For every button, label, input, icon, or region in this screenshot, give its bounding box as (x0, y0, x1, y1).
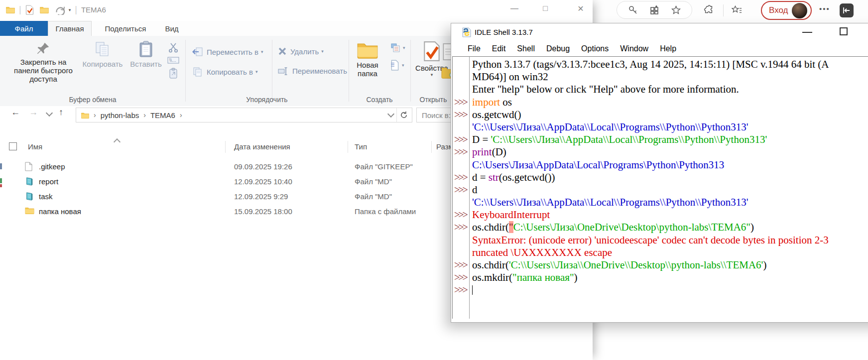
tab-Вид[interactable]: Вид (157, 21, 186, 36)
star-icon[interactable] (670, 4, 681, 15)
column-header-name[interactable]: Имя (28, 142, 42, 151)
copy-label: Копировать (80, 60, 125, 68)
file-name: task (39, 192, 53, 201)
folder-icon[interactable] (40, 6, 49, 13)
rename-button[interactable]: Переименовать (278, 67, 347, 75)
paste-button[interactable]: Вставить (126, 41, 165, 68)
group-divider (410, 40, 411, 102)
shell-text-area[interactable]: Python 3.13.7 (tags/v3.13.7:bcee1c3, Aug… (452, 56, 868, 319)
easy-access-button[interactable]: ▾ (390, 60, 404, 71)
tab-Файл[interactable]: Файл (0, 21, 48, 36)
extensions-puzzle-icon[interactable] (703, 4, 714, 15)
delete-button[interactable]: Удалить ▾ (278, 47, 324, 56)
shell-line: >>>os.mkdir("папка новая") (453, 271, 868, 284)
shell-prompt: >>> (453, 222, 469, 233)
copy-to-label: Копировать в (207, 68, 253, 76)
new-folder-button[interactable]: Новая папка (352, 41, 383, 78)
chevron-down-icon: ▾ (255, 69, 258, 74)
close-button[interactable]: ✕ (573, 4, 588, 13)
menu-shell[interactable]: Shell (517, 44, 535, 53)
copy-to-button[interactable]: Копировать в ▾ (192, 67, 257, 77)
move-to-button[interactable]: Переместить в ▾ (192, 47, 263, 57)
column-divider[interactable] (225, 141, 226, 153)
rename-icon (278, 67, 289, 75)
menu-debug[interactable]: Debug (546, 44, 570, 53)
signin-label: Вход (769, 5, 788, 15)
minimize-button[interactable]: — (507, 4, 522, 13)
column-divider[interactable] (348, 141, 348, 153)
text-cursor (472, 285, 473, 295)
tab-Поделиться[interactable]: Поделиться (101, 21, 150, 36)
grid-plus-icon[interactable] (649, 4, 660, 15)
qat-dropdown-icon[interactable]: ▾ (69, 7, 71, 12)
shell-prompt: >>> (453, 284, 469, 296)
tab-Главная[interactable]: Главная (48, 21, 92, 36)
column-header-date[interactable]: Дата изменения (234, 142, 290, 151)
address-dropdown-chevron-icon[interactable] (387, 111, 394, 118)
screen: Вход ••• | (0, 0, 868, 360)
key-icon[interactable] (627, 4, 638, 15)
shell-prompt: >>> (453, 259, 469, 271)
column-divider[interactable] (431, 141, 432, 153)
new-item-button[interactable]: ▾ (390, 43, 405, 53)
shell-lines: Python 3.13.7 (tags/v3.13.7:bcee1c3, Aug… (453, 58, 868, 297)
maximize-button[interactable]: □ (538, 4, 553, 13)
md-file-icon (25, 192, 34, 201)
chevron-down-icon: ▾ (402, 63, 404, 68)
copy-button[interactable]: Копировать (80, 41, 125, 68)
signin-button[interactable]: Вход (761, 1, 812, 20)
copy-path-icon[interactable]: \\… (167, 57, 179, 64)
shell-line: >>>print(D) (453, 146, 868, 158)
file-type: Файл "MD" (355, 192, 392, 201)
column-header-type[interactable]: Тип (355, 142, 367, 151)
menu-window[interactable]: Window (620, 44, 648, 53)
menu-edit[interactable]: Edit (492, 44, 506, 53)
avatar[interactable] (792, 3, 807, 18)
menu-help[interactable]: Help (660, 44, 676, 53)
shell-line: C:\Users\Лиза\AppData\Local\Programs\Pyt… (453, 159, 868, 171)
file-icon (25, 162, 34, 171)
breadcrumb-python-labs[interactable]: python-labs (101, 111, 139, 120)
select-all-checkbox[interactable] (9, 142, 17, 150)
idle-window-title: IDLE Shell 3.13.7 (475, 28, 533, 36)
forward-arrow-icon[interactable]: → (29, 107, 38, 118)
file-name: папка новая (39, 207, 81, 216)
shell-line: >>>d = str(os.getcwd()) (453, 171, 868, 184)
cut-icon[interactable] (168, 42, 179, 53)
breadcrumb-tema6[interactable]: ТЕМА6 (150, 111, 175, 120)
up-arrow-icon[interactable]: ↑ (59, 107, 63, 118)
window-title: ТЕМА6 (81, 5, 106, 14)
paste-shortcut-icon[interactable] (169, 68, 178, 79)
idle-window: IDLE Shell 3.13.7 FileEditShellDebugOpti… (451, 23, 868, 323)
toolbar-divider (723, 4, 724, 16)
menu-file[interactable]: File (468, 44, 481, 53)
sidebar-toggle-icon[interactable] (840, 3, 854, 17)
shell-line: 'C:\\Users\\Лиза\\AppData\\Local\\Progra… (453, 196, 868, 209)
back-arrow-icon[interactable]: ← (11, 107, 20, 118)
checkmark-doc-icon[interactable] (25, 5, 34, 15)
pin-label: Закрепить на панели быстрого доступа (8, 58, 79, 83)
collections-star-icon[interactable] (731, 4, 742, 15)
group-label-clipboard: Буфер обмена (0, 96, 185, 104)
folder-icon (25, 207, 34, 216)
chevron-down-icon: ▾ (321, 49, 324, 54)
maximize-button[interactable] (840, 27, 848, 35)
svg-text:\\…: \\… (169, 58, 176, 63)
minimize-button[interactable] (802, 32, 812, 33)
group-label-organize: Упорядочить (185, 96, 349, 104)
file-date: 12.09.2025 10:40 (234, 177, 292, 186)
breadcrumb-chevron[interactable]: › (143, 111, 146, 119)
pin-to-quick-access-button[interactable]: Закрепить на панели быстрого доступа (8, 41, 79, 83)
menu-options[interactable]: Options (581, 44, 609, 53)
pin-icon (8, 41, 79, 56)
more-menu-dots[interactable]: ••• (819, 4, 830, 13)
chevron-down-icon: ▾ (261, 49, 263, 54)
address-bar[interactable]: › python-labs › ТЕМА6 › (76, 108, 412, 122)
shell-line: SyntaxError: (unicode error) 'unicodeesc… (453, 234, 868, 246)
file-date: 12.09.2025 9:29 (234, 192, 288, 201)
recent-locations-chevron-icon[interactable] (46, 110, 53, 117)
file-name: report (39, 177, 58, 186)
breadcrumb-chevron[interactable]: › (180, 111, 182, 119)
redo-icon[interactable] (55, 5, 66, 15)
refresh-icon[interactable] (400, 111, 408, 119)
